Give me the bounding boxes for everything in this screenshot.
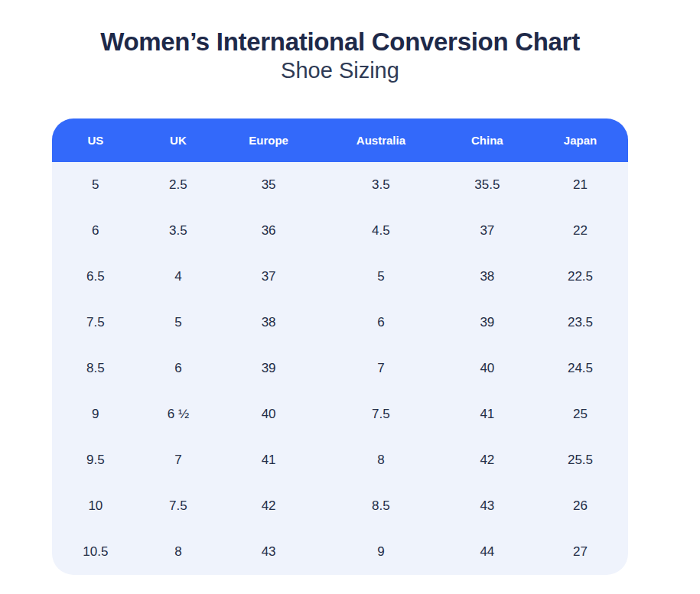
column-header-china: China [442,118,532,162]
table-cell: 35 [217,162,320,208]
shoe-size-conversion-table: USUKEuropeAustraliaChinaJapan 52.5353.53… [52,118,628,575]
table-cell: 7.5 [52,300,139,346]
table-cell: 42 [217,483,320,529]
table-cell: 38 [442,254,532,300]
table-cell: 8.5 [52,346,139,391]
table-row: 107.5428.54326 [52,483,628,529]
table-cell: 25.5 [532,437,628,483]
table-cell: 5 [52,162,139,208]
table-cell: 9.5 [52,437,139,483]
table-head: USUKEuropeAustraliaChinaJapan [52,118,628,162]
table-cell: 6 [139,346,217,391]
table-cell: 27 [532,529,628,575]
table-header-row: USUKEuropeAustraliaChinaJapan [52,118,628,162]
table-cell: 10.5 [52,529,139,575]
table-cell: 8.5 [320,483,442,529]
table-cell: 9 [320,529,442,575]
table-cell: 25 [532,391,628,437]
table-cell: 24.5 [532,346,628,391]
table-cell: 37 [217,254,320,300]
table-row: 6.543753822.5 [52,254,628,300]
page: Women’s International Conversion Chart S… [0,0,700,594]
table-cell: 41 [442,391,532,437]
table-cell: 3.5 [320,162,442,208]
table-row: 8.563974024.5 [52,346,628,391]
content-container: Women’s International Conversion Chart S… [52,0,628,575]
conversion-table-wrapper: USUKEuropeAustraliaChinaJapan 52.5353.53… [52,118,628,575]
heading: Women’s International Conversion Chart S… [52,0,628,84]
table-cell: 35.5 [442,162,532,208]
table-cell: 39 [442,300,532,346]
column-header-japan: Japan [532,118,628,162]
table-cell: 43 [217,529,320,575]
table-cell: 7.5 [139,483,217,529]
table-cell: 40 [217,391,320,437]
table-row: 52.5353.535.521 [52,162,628,208]
table-cell: 22 [532,208,628,254]
table-row: 7.553863923.5 [52,300,628,346]
table-body: 52.5353.535.52163.5364.537226.543753822.… [52,162,628,575]
table-cell: 6.5 [52,254,139,300]
table-row: 10.584394427 [52,529,628,575]
table-cell: 26 [532,483,628,529]
table-cell: 7.5 [320,391,442,437]
table-row: 63.5364.53722 [52,208,628,254]
table-cell: 38 [217,300,320,346]
table-cell: 6 [320,300,442,346]
table-cell: 23.5 [532,300,628,346]
table-cell: 6 ½ [139,391,217,437]
table-cell: 3.5 [139,208,217,254]
table-cell: 7 [320,346,442,391]
table-cell: 4 [139,254,217,300]
table-cell: 21 [532,162,628,208]
table-row: 96 ½407.54125 [52,391,628,437]
table-cell: 8 [139,529,217,575]
table-cell: 8 [320,437,442,483]
table-cell: 6 [52,208,139,254]
table-row: 9.574184225.5 [52,437,628,483]
table-cell: 5 [139,300,217,346]
table-cell: 40 [442,346,532,391]
column-header-australia: Australia [320,118,442,162]
table-cell: 5 [320,254,442,300]
table-cell: 41 [217,437,320,483]
table-cell: 22.5 [532,254,628,300]
table-cell: 37 [442,208,532,254]
table-cell: 44 [442,529,532,575]
column-header-europe: Europe [217,118,320,162]
table-cell: 43 [442,483,532,529]
table-cell: 36 [217,208,320,254]
page-subtitle: Shoe Sizing [52,57,628,84]
table-cell: 42 [442,437,532,483]
table-cell: 9 [52,391,139,437]
table-cell: 7 [139,437,217,483]
table-cell: 4.5 [320,208,442,254]
table-cell: 2.5 [139,162,217,208]
table-cell: 10 [52,483,139,529]
page-title: Women’s International Conversion Chart [52,26,628,57]
column-header-uk: UK [139,118,217,162]
column-header-us: US [52,118,139,162]
table-cell: 39 [217,346,320,391]
